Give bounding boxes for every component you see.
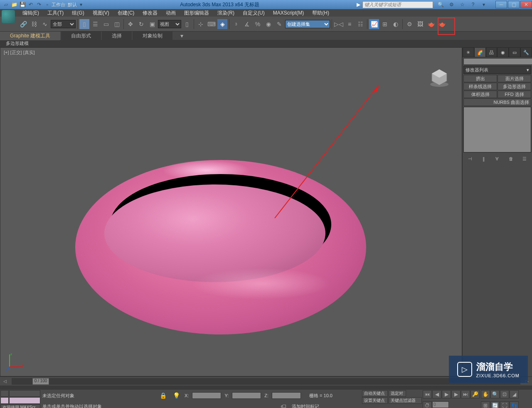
menu-customize[interactable]: 自定义(U): [239, 10, 269, 17]
mod-extrude[interactable]: 挤出: [463, 75, 497, 82]
key-filter-button[interactable]: 关键点过滤器: [389, 397, 422, 404]
goto-start-icon[interactable]: ⏮: [423, 390, 432, 398]
selection-filter[interactable]: 全部: [51, 20, 76, 28]
ribbon-tab-graphite[interactable]: Graphite 建模工具: [0, 32, 60, 40]
viewcube[interactable]: [427, 64, 452, 89]
ribbon-tab-selection[interactable]: 选择: [102, 32, 132, 40]
time-config-icon[interactable]: ⏱: [423, 401, 432, 408]
align-icon[interactable]: ≡: [345, 19, 355, 29]
viewport-label[interactable]: [+] [正交] [真实]: [4, 49, 35, 56]
workspace-icon[interactable]: ▫: [43, 1, 52, 8]
hierarchy-tab-icon[interactable]: 品: [486, 47, 498, 57]
mod-vol-select[interactable]: 体积选择: [463, 91, 497, 98]
menu-graph-editors[interactable]: 图形编辑器: [180, 10, 213, 17]
goto-end-icon[interactable]: ⏭: [461, 390, 470, 398]
utilities-tab-icon[interactable]: 🔧: [520, 47, 532, 57]
zoom-icon[interactable]: 🔍: [490, 390, 500, 398]
render-icon[interactable]: 🫖: [426, 19, 436, 29]
pivot-icon[interactable]: ▯: [182, 19, 192, 29]
orbit-icon[interactable]: 🔄: [490, 401, 500, 408]
render-prod-icon[interactable]: 🫖: [437, 19, 447, 29]
mod-poly-select[interactable]: 多边形选择: [498, 83, 531, 90]
window-crossing-icon[interactable]: ◫: [112, 19, 122, 29]
modifier-list-dropdown[interactable]: 修改器列表 ▾: [463, 66, 531, 74]
mod-ffd-select[interactable]: FFD 选择: [498, 91, 531, 98]
menu-tools[interactable]: 工具(T): [43, 10, 68, 17]
time-tag-label[interactable]: 添加时间标记: [292, 403, 319, 408]
pin-stack-icon[interactable]: ⊣: [466, 155, 474, 162]
prompt-icon[interactable]: [0, 397, 9, 404]
modify-tab-icon[interactable]: 🌈: [474, 47, 486, 57]
render-setup-icon[interactable]: ⚙: [404, 19, 414, 29]
prompt-area[interactable]: [9, 397, 40, 404]
bind-icon[interactable]: ∿: [40, 19, 50, 29]
close-button[interactable]: ✕: [520, 1, 532, 8]
next-frame-icon[interactable]: ▶: [451, 390, 461, 398]
axis-gizmo[interactable]: z x: [5, 351, 25, 371]
create-tab-icon[interactable]: ✳: [463, 47, 474, 57]
cart-icon[interactable]: ⚙: [447, 1, 456, 8]
keyboard-shortcut-icon[interactable]: ⌨: [207, 19, 217, 29]
snap-toggle-icon[interactable]: ◈: [217, 19, 227, 29]
link-icon[interactable]: 🔗: [18, 19, 28, 29]
material-editor-icon[interactable]: ◐: [391, 19, 401, 29]
display-tab-icon[interactable]: ▭: [509, 47, 520, 57]
zoom-all-icon[interactable]: ⊡: [500, 390, 509, 398]
redo-icon[interactable]: ↷: [35, 1, 43, 8]
search-input[interactable]: [362, 1, 433, 8]
scale-icon[interactable]: ▣: [147, 19, 157, 29]
time-track[interactable]: 0 / 100: [12, 378, 520, 385]
macro-rec-icon[interactable]: [9, 390, 40, 397]
undo-icon[interactable]: ↶: [27, 1, 35, 8]
pan-icon[interactable]: ✋: [481, 390, 490, 398]
time-thumb[interactable]: 0 / 100: [32, 378, 49, 385]
isolate-icon[interactable]: 💡: [171, 391, 181, 401]
mod-nurbs-select[interactable]: NURBS 曲面选择: [463, 98, 531, 106]
play-icon[interactable]: ▶: [442, 390, 451, 398]
ref-coord[interactable]: 视图: [158, 20, 181, 28]
save-icon[interactable]: 💾: [18, 1, 27, 8]
minimize-button[interactable]: ─: [495, 1, 507, 8]
select-name-icon[interactable]: ☰: [90, 19, 100, 29]
snap-3d-icon[interactable]: 3: [231, 19, 241, 29]
script-listener-icon[interactable]: [0, 390, 9, 397]
rotate-icon[interactable]: ↻: [136, 19, 146, 29]
curve-editor-icon[interactable]: 📈: [369, 19, 379, 29]
configure-icon[interactable]: ☰: [520, 155, 529, 162]
menu-create[interactable]: 创建(C): [113, 10, 139, 17]
key-mode-icon[interactable]: 🔑: [470, 390, 480, 398]
schematic-icon[interactable]: ⊞: [380, 19, 390, 29]
menu-modifiers[interactable]: 修改器: [138, 10, 162, 17]
modifier-stack[interactable]: [463, 107, 531, 152]
select-icon[interactable]: ▯: [79, 19, 89, 29]
time-ruler[interactable]: [0, 386, 532, 390]
menu-rendering[interactable]: 渲染(R): [213, 10, 239, 17]
chevron-down-icon[interactable]: ▾: [480, 1, 488, 8]
object-name-input[interactable]: [463, 58, 532, 65]
menu-view[interactable]: 视图(V): [89, 10, 113, 17]
scene-object-bowl[interactable]: [75, 160, 366, 334]
percent-snap-icon[interactable]: %: [253, 19, 263, 29]
help-icon[interactable]: ?: [469, 1, 477, 8]
render-frame-icon[interactable]: 🖼: [415, 19, 425, 29]
menu-maxscript[interactable]: MAXScript(M): [269, 10, 308, 16]
show-end-icon[interactable]: ‖: [480, 155, 488, 162]
menu-help[interactable]: 帮助(H): [308, 10, 333, 17]
x-input[interactable]: [192, 392, 221, 399]
star-icon[interactable]: ☆: [458, 1, 466, 8]
menu-animation[interactable]: 动画: [162, 10, 180, 17]
unique-icon[interactable]: ∀: [493, 155, 501, 162]
mirror-icon[interactable]: ▷◁: [334, 19, 344, 29]
open-icon[interactable]: 📁: [10, 1, 18, 8]
time-tag-icon[interactable]: 🏷: [278, 401, 288, 408]
angle-snap-icon[interactable]: ∡: [242, 19, 252, 29]
dropdown-icon[interactable]: ▾: [77, 1, 85, 8]
zoom-extents-icon[interactable]: ⊞: [481, 401, 490, 408]
menu-group[interactable]: 组(G): [68, 10, 88, 17]
set-key-button[interactable]: 设置关键点: [362, 397, 388, 404]
fov-icon[interactable]: ◢: [510, 390, 519, 398]
named-selection[interactable]: 创建选择集: [285, 20, 330, 28]
min-max-icon[interactable]: ⛶: [500, 401, 509, 408]
move-icon[interactable]: ✥: [126, 19, 135, 29]
workspace-label[interactable]: 工作台: 默认: [52, 1, 77, 8]
